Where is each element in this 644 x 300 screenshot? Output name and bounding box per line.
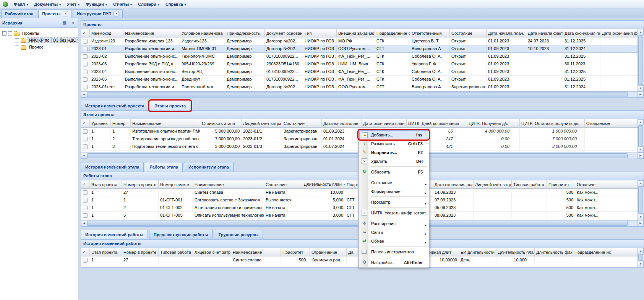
table-cell[interactable]: Технология-ЭМС <box>180 53 225 60</box>
table-cell[interactable]: Не начата <box>264 204 302 212</box>
row-checkbox[interactable] <box>83 39 88 44</box>
table-cell[interactable]: Демопример <box>225 37 265 45</box>
table-cell[interactable]: 31.12.2024 <box>563 45 600 53</box>
table-cell[interactable] <box>600 53 638 60</box>
section-tab[interactable]: История изменений этапа <box>81 162 144 172</box>
scroll-right-icon[interactable] <box>638 220 644 226</box>
scrollbar-thumb[interactable] <box>87 92 628 97</box>
vertical-scrollbar[interactable] <box>638 180 644 220</box>
table-cell[interactable]: СГТ <box>375 83 410 91</box>
table-cell[interactable]: 1 000 000,00 <box>520 128 585 135</box>
table-cell[interactable]: Дредноут <box>180 76 225 83</box>
menubar-item[interactable]: Отчёты <box>110 1 135 8</box>
vertical-scrollbar[interactable] <box>638 248 644 267</box>
table-cell[interactable] <box>474 212 512 219</box>
table-cell[interactable]: Как можн... <box>575 196 638 204</box>
section-tab[interactable]: Предшествующие работы <box>149 230 213 239</box>
row-checkbox[interactable] <box>83 144 88 149</box>
table-cell[interactable]: Выполнение опытно-конс... <box>123 76 180 83</box>
table-cell[interactable]: 01.09.2023 <box>487 76 526 83</box>
menubar-item[interactable]: Файл <box>11 1 31 8</box>
scroll-left-icon[interactable] <box>81 152 87 159</box>
table-cell[interactable]: 31.12.2024 <box>563 83 600 91</box>
context-menu-item[interactable]: Добавить...Ins <box>359 130 428 139</box>
column-header[interactable]: Длительность план <box>302 180 345 189</box>
table-cell[interactable]: Виноградова А... <box>410 83 450 91</box>
table-cell[interactable]: 0,00 <box>467 143 520 151</box>
column-header[interactable]: Дата окончания план <box>433 180 474 189</box>
column-header[interactable]: Этап проекта <box>90 248 122 256</box>
table-cell[interactable]: 1 <box>90 256 122 264</box>
column-header[interactable]: Дата начала факт <box>526 29 563 37</box>
row-checkbox[interactable] <box>83 85 88 89</box>
column-header[interactable]: ЕИ длительности <box>459 248 496 256</box>
table-cell[interactable]: Открыт <box>450 60 487 68</box>
column-header[interactable]: Состояние <box>264 180 302 189</box>
select-all-header[interactable] <box>81 248 90 256</box>
table-cell[interactable]: 7 000 000,00 <box>200 135 242 143</box>
table-cell[interactable]: НИОКР по ГОЗ ... <box>303 45 337 53</box>
scroll-up-icon[interactable] <box>638 180 644 186</box>
context-menu-item[interactable]: Связи <box>359 228 428 237</box>
table-cell[interactable]: Описать используемую технологию <box>193 212 264 219</box>
table-cell[interactable]: Не начата <box>264 212 302 219</box>
table-cell[interactable]: Вектор-АЦ <box>180 68 225 76</box>
table-cell[interactable]: Как можн... <box>575 212 638 219</box>
table-cell[interactable]: Демопример <box>225 83 265 91</box>
column-header[interactable]: Лицевой счёт затр <box>193 248 231 256</box>
column-header[interactable]: ЦИТК. Получено д/с <box>467 119 520 128</box>
row-checkbox[interactable] <box>83 190 88 195</box>
table-cell[interactable]: 3,000 <box>302 212 345 219</box>
column-header[interactable]: Условное наименова <box>180 29 225 37</box>
scrollbar-thumb[interactable] <box>638 125 643 146</box>
table-cell[interactable]: СГК <box>375 60 410 68</box>
table-cell[interactable]: 230823/0514/136 <box>265 60 303 68</box>
table-cell[interactable] <box>159 189 193 196</box>
table-cell[interactable]: 01.12.2025 <box>563 76 600 83</box>
table-cell[interactable] <box>512 196 547 204</box>
menubar-item[interactable]: Словари <box>135 1 162 8</box>
column-header[interactable]: Типовая работа <box>512 180 547 189</box>
table-cell[interactable] <box>600 76 638 83</box>
table-cell[interactable]: 01.01.2023 <box>487 37 526 45</box>
table-cell[interactable] <box>81 135 90 143</box>
table-cell[interactable] <box>535 256 573 264</box>
table-cell[interactable] <box>81 45 90 53</box>
table-cell[interactable]: Изделие123 <box>90 37 123 45</box>
table-cell[interactable]: 31.12.2025 <box>563 53 600 60</box>
table-cell[interactable]: 2023-04 <box>90 68 123 76</box>
table-cell[interactable] <box>81 68 90 76</box>
context-menu-item[interactable]: Размножить...Ctrl+F3 <box>359 139 428 148</box>
row-checkbox[interactable] <box>83 198 88 203</box>
table-cell[interactable]: 01.09.2023 <box>487 68 526 76</box>
table-cell[interactable]: ФА_Техн_Рег_... <box>337 76 375 83</box>
column-header[interactable]: Ответственный <box>410 29 450 37</box>
table-cell[interactable]: Уварова Г. Ф. <box>410 60 450 68</box>
column-header[interactable]: Внешний заказчик <box>337 29 375 37</box>
vertical-scrollbar[interactable] <box>638 119 644 152</box>
table-cell[interactable]: 14.09.2023 <box>433 189 474 196</box>
column-header[interactable]: Состояние <box>282 119 322 128</box>
table-cell[interactable]: 31.12.2025 <box>563 68 600 76</box>
context-menu-item[interactable]: Просмотр <box>359 198 428 206</box>
scrollbar-thumb[interactable] <box>87 221 628 226</box>
scroll-right-icon[interactable] <box>638 91 644 97</box>
table-cell[interactable]: СГК <box>375 53 410 60</box>
table-cell[interactable]: НИОКР по ГОЗ ... <box>303 37 337 45</box>
context-menu-item[interactable]: Обмен <box>359 237 428 245</box>
table-cell[interactable]: СГК <box>375 37 410 45</box>
table-cell[interactable]: Договор №202... <box>265 37 303 45</box>
column-header[interactable]: Лицевой счёт затр <box>474 180 512 189</box>
table-cell[interactable]: Не начата <box>264 189 302 196</box>
table-cell[interactable]: Синтез сплава <box>231 256 281 264</box>
table-cell[interactable]: День <box>459 256 496 264</box>
table-cell[interactable] <box>526 53 563 60</box>
table-cell[interactable]: Открыт <box>450 37 487 45</box>
column-header[interactable]: Наименование <box>193 180 264 189</box>
table-cell[interactable] <box>474 204 512 212</box>
table-cell[interactable] <box>193 256 231 264</box>
select-all-header[interactable] <box>81 180 90 189</box>
table-row[interactable]: 2023-01тестРазработка технологии и...Пос… <box>81 83 638 91</box>
table-cell[interactable] <box>81 83 90 91</box>
tree-checkbox[interactable] <box>8 31 12 36</box>
